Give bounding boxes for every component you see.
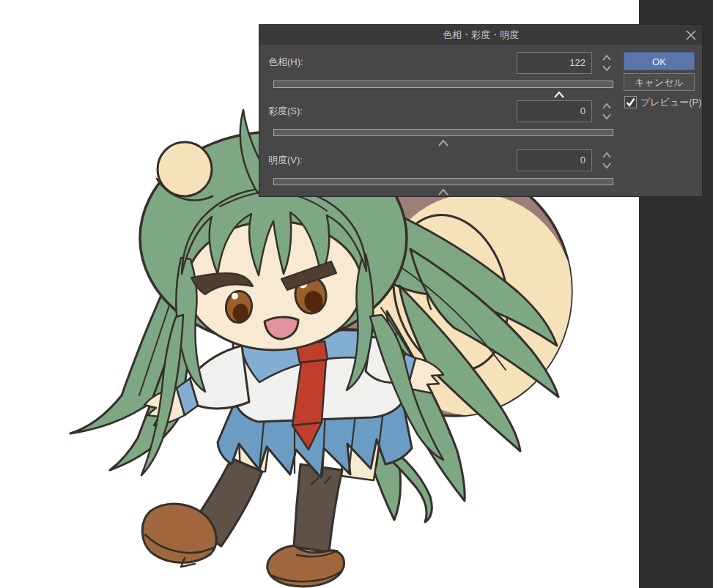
value-slider-caret[interactable] <box>437 187 449 194</box>
saturation-input[interactable]: 0 <box>517 100 592 122</box>
dialog-titlebar[interactable]: 色相・彩度・明度 <box>259 25 702 45</box>
hue-input[interactable]: 122 <box>517 52 592 74</box>
dialog-title: 色相・彩度・明度 <box>259 25 702 45</box>
preview-checkbox[interactable] <box>624 96 637 108</box>
value-input[interactable]: 0 <box>517 149 592 171</box>
saturation-slider[interactable] <box>273 129 613 136</box>
cancel-button[interactable]: キャンセル <box>624 73 695 91</box>
hue-slider-caret[interactable] <box>553 89 565 97</box>
preview-checkbox-label: プレビュー(P) <box>640 96 702 109</box>
app-window: 色相・彩度・明度 色相(H): 122 彩度(S): 0 <box>0 0 713 588</box>
value-label: 明度(V): <box>268 154 303 167</box>
saturation-label: 彩度(S): <box>268 105 303 118</box>
hue-stepper[interactable] <box>601 53 613 73</box>
saturation-stepper[interactable] <box>601 101 613 122</box>
hue-slider[interactable] <box>273 81 613 88</box>
value-slider[interactable] <box>273 178 613 185</box>
checkmark-icon <box>625 97 636 108</box>
hue-label: 色相(H): <box>268 56 303 69</box>
right-shoe <box>267 546 344 587</box>
ok-button[interactable]: OK <box>624 52 695 70</box>
hsv-dialog: 色相・彩度・明度 色相(H): 122 彩度(S): 0 <box>259 24 703 197</box>
saturation-slider-caret[interactable] <box>437 138 449 145</box>
value-stepper[interactable] <box>601 150 613 171</box>
close-icon[interactable] <box>684 29 698 42</box>
